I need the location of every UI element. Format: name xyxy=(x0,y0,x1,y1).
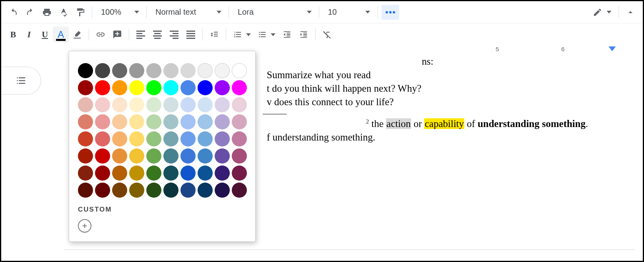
bold-button[interactable]: B xyxy=(5,27,21,42)
color-swatch[interactable] xyxy=(198,80,213,95)
color-swatch[interactable] xyxy=(129,131,144,146)
color-swatch[interactable] xyxy=(215,166,230,181)
color-swatch[interactable] xyxy=(78,114,93,129)
color-swatch[interactable] xyxy=(78,183,93,198)
add-custom-color-button[interactable] xyxy=(78,219,91,233)
caret-down-icon[interactable] xyxy=(271,33,275,36)
color-swatch[interactable] xyxy=(232,97,247,112)
color-swatch[interactable] xyxy=(146,63,161,78)
color-swatch[interactable] xyxy=(129,166,144,181)
color-swatch[interactable] xyxy=(198,97,213,112)
color-swatch[interactable] xyxy=(129,148,144,164)
color-swatch[interactable] xyxy=(180,114,196,129)
align-right-button[interactable] xyxy=(167,27,182,42)
font-size-dropdown[interactable]: 10 xyxy=(322,5,374,20)
color-swatch[interactable] xyxy=(180,80,196,95)
align-center-button[interactable] xyxy=(150,27,165,42)
color-swatch[interactable] xyxy=(146,97,161,112)
color-swatch[interactable] xyxy=(215,131,230,146)
color-swatch[interactable] xyxy=(198,166,213,181)
color-swatch[interactable] xyxy=(215,80,230,95)
color-swatch[interactable] xyxy=(146,183,161,198)
color-swatch[interactable] xyxy=(232,114,247,129)
color-swatch[interactable] xyxy=(198,131,213,146)
align-justify-button[interactable] xyxy=(183,27,198,42)
zoom-dropdown[interactable]: 100% xyxy=(95,5,143,20)
color-swatch[interactable] xyxy=(180,63,196,78)
redo-button[interactable] xyxy=(23,5,38,20)
color-swatch[interactable] xyxy=(232,148,247,164)
color-swatch[interactable] xyxy=(163,63,178,78)
color-swatch[interactable] xyxy=(146,114,161,129)
color-swatch[interactable] xyxy=(78,148,93,164)
color-swatch[interactable] xyxy=(232,183,247,198)
color-swatch[interactable] xyxy=(163,166,178,181)
color-swatch[interactable] xyxy=(112,183,127,198)
color-swatch[interactable] xyxy=(146,166,161,181)
color-swatch[interactable] xyxy=(198,114,213,129)
color-swatch[interactable] xyxy=(146,80,161,95)
italic-button[interactable]: I xyxy=(21,27,37,42)
color-swatch[interactable] xyxy=(163,148,178,164)
paragraph-style-dropdown[interactable]: Normal text xyxy=(150,5,225,20)
color-swatch[interactable] xyxy=(78,166,93,181)
color-swatch[interactable] xyxy=(215,114,230,129)
clear-formatting-button[interactable] xyxy=(320,27,335,42)
color-swatch[interactable] xyxy=(129,97,144,112)
color-swatch[interactable] xyxy=(129,183,144,198)
color-swatch[interactable] xyxy=(232,63,247,78)
color-swatch[interactable] xyxy=(112,131,127,146)
add-comment-button[interactable] xyxy=(110,27,125,42)
color-swatch[interactable] xyxy=(95,80,110,95)
color-swatch[interactable] xyxy=(180,97,196,112)
color-swatch[interactable] xyxy=(215,97,230,112)
color-swatch[interactable] xyxy=(146,148,161,164)
color-swatch[interactable] xyxy=(198,148,213,164)
color-swatch[interactable] xyxy=(112,97,127,112)
color-swatch[interactable] xyxy=(163,80,178,95)
caret-down-icon[interactable] xyxy=(607,11,611,13)
color-swatch[interactable] xyxy=(146,131,161,146)
increase-indent-button[interactable] xyxy=(296,27,311,42)
color-swatch[interactable] xyxy=(95,114,110,129)
line-spacing-button[interactable] xyxy=(207,27,222,42)
color-swatch[interactable] xyxy=(180,183,196,198)
color-swatch[interactable] xyxy=(180,131,196,146)
color-swatch[interactable] xyxy=(95,97,110,112)
spellcheck-button[interactable] xyxy=(56,5,71,20)
color-swatch[interactable] xyxy=(215,63,230,78)
color-swatch[interactable] xyxy=(215,148,230,164)
more-button[interactable] xyxy=(382,5,399,20)
print-button[interactable] xyxy=(39,5,54,20)
color-swatch[interactable] xyxy=(95,166,110,181)
color-swatch[interactable] xyxy=(180,166,196,181)
bulleted-list-button[interactable] xyxy=(255,27,270,42)
paint-format-button[interactable] xyxy=(73,5,88,20)
color-swatch[interactable] xyxy=(95,148,110,164)
color-swatch[interactable] xyxy=(129,63,144,78)
color-swatch[interactable] xyxy=(78,80,93,95)
undo-button[interactable] xyxy=(6,5,21,20)
color-swatch[interactable] xyxy=(112,148,127,164)
caret-down-icon[interactable] xyxy=(246,33,251,36)
color-swatch[interactable] xyxy=(198,183,213,198)
color-swatch[interactable] xyxy=(198,63,213,78)
numbered-list-button[interactable] xyxy=(230,27,245,42)
color-swatch[interactable] xyxy=(112,114,127,129)
color-swatch[interactable] xyxy=(95,131,110,146)
color-swatch[interactable] xyxy=(163,183,178,198)
document-outline-button[interactable] xyxy=(1,67,41,94)
align-left-button[interactable] xyxy=(133,27,148,42)
color-swatch[interactable] xyxy=(95,63,110,78)
color-swatch[interactable] xyxy=(232,131,247,146)
underline-button[interactable]: U xyxy=(37,27,53,42)
decrease-indent-button[interactable] xyxy=(279,27,295,42)
font-dropdown[interactable]: Lora xyxy=(232,5,316,20)
ruler-right-indent[interactable] xyxy=(609,46,616,51)
color-swatch[interactable] xyxy=(163,131,178,146)
color-swatch[interactable] xyxy=(112,63,127,78)
color-swatch[interactable] xyxy=(163,114,178,129)
color-swatch[interactable] xyxy=(78,63,93,78)
insert-link-button[interactable] xyxy=(93,27,108,42)
color-swatch[interactable] xyxy=(215,183,230,198)
